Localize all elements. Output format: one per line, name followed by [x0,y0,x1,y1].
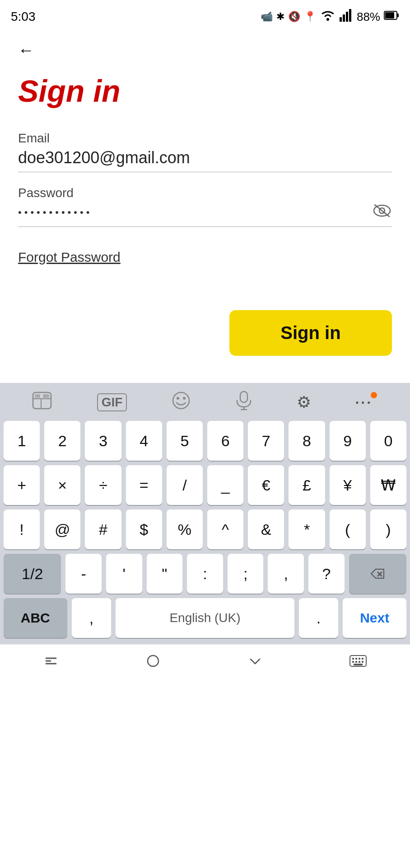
sign-in-button-wrapper: Sign in [18,310,392,356]
number-row: 1 2 3 4 5 6 7 8 9 0 [4,421,406,461]
main-content: ← Sign in Email doe301200@gmail.com Pass… [0,32,410,374]
key-euro[interactable]: € [248,465,284,505]
forgot-password-link[interactable]: Forgot Password [18,250,121,265]
battery-text: 88% [357,10,380,24]
key-8[interactable]: 8 [289,421,325,461]
svg-rect-27 [148,656,158,666]
back-arrow-icon: ← [18,41,34,60]
symbol-row-1: + × ÷ = / _ € £ ¥ ₩ [4,465,406,505]
nav-down-icon[interactable] [247,653,263,673]
svg-rect-7 [397,14,399,17]
password-field: Password •••••••••••• [18,186,392,227]
key-comma2[interactable]: , [268,554,304,594]
key-abc[interactable]: ABC [4,598,67,638]
svg-rect-2 [343,14,345,22]
svg-rect-37 [354,664,363,665]
email-label: Email [18,131,392,146]
key-won[interactable]: ₩ [370,465,406,505]
emoji-icon[interactable] [171,391,191,414]
svg-point-16 [173,392,189,409]
keyboard-area: GIF ⚙ ··· 1 2 3 [0,383,410,644]
svg-rect-6 [385,12,394,19]
key-4[interactable]: 4 [126,421,162,461]
key-7[interactable]: 7 [248,421,284,461]
status-icons: 📹 ✱ 🔇 📍 88% [261,9,399,24]
key-6[interactable]: 6 [207,421,243,461]
more-options[interactable]: ··· [355,394,379,411]
microphone-icon[interactable] [235,391,252,414]
key-5[interactable]: 5 [167,421,203,461]
key-period[interactable]: . [299,598,339,638]
signal-icon [340,9,353,24]
bluetooth-icon: ✱ [276,11,284,23]
key-ampersand[interactable]: & [248,509,284,549]
svg-rect-4 [349,9,351,22]
key-semicolon[interactable]: ; [228,554,264,594]
key-backspace[interactable] [349,554,406,594]
key-at[interactable]: @ [44,509,80,549]
status-bar: 5:03 📹 ✱ 🔇 📍 88% [0,0,410,32]
key-yen[interactable]: ¥ [330,465,366,505]
sticker-icon[interactable] [31,391,53,414]
key-plus[interactable]: + [4,465,40,505]
key-spacebar[interactable]: English (UK) [116,598,294,638]
nav-home-icon[interactable] [145,653,161,673]
key-divide[interactable]: ÷ [85,465,121,505]
nav-keyboard-icon[interactable] [349,654,367,672]
password-label: Password [18,186,392,200]
key-apostrophe[interactable]: ' [106,554,142,594]
key-comma-bottom[interactable]: , [72,598,112,638]
svg-rect-31 [359,658,360,660]
gif-icon[interactable]: GIF [97,393,127,411]
svg-rect-35 [359,661,360,663]
key-9[interactable]: 9 [330,421,366,461]
svg-rect-33 [352,661,354,663]
back-button[interactable]: ← [18,41,392,60]
svg-rect-14 [35,394,40,398]
key-slash[interactable]: / [167,465,203,505]
svg-rect-3 [346,12,348,22]
key-half[interactable]: 1/2 [4,554,61,594]
key-rparen[interactable]: ) [370,509,406,549]
toggle-password-icon[interactable] [372,203,392,222]
key-lparen[interactable]: ( [330,509,366,549]
svg-rect-1 [340,17,342,22]
status-time: 5:03 [11,9,36,24]
key-pound[interactable]: £ [289,465,325,505]
camera-icon: 📹 [261,11,273,23]
key-underscore[interactable]: _ [207,465,243,505]
keyboard-bottom-row: ABC , English (UK) . Next [4,598,406,638]
sign-in-button[interactable]: Sign in [229,310,392,356]
key-equals[interactable]: = [126,465,162,505]
svg-rect-32 [362,658,363,660]
key-1[interactable]: 1 [4,421,40,461]
key-quote[interactable]: " [147,554,183,594]
key-exclamation[interactable]: ! [4,509,40,549]
password-dots[interactable]: •••••••••••• [18,207,368,218]
svg-rect-19 [240,392,247,402]
key-3[interactable]: 3 [85,421,121,461]
keyboard-rows: 1 2 3 4 5 6 7 8 9 0 + × ÷ = / _ € £ ¥ ₩ … [0,419,410,644]
svg-rect-29 [352,658,354,660]
key-percent[interactable]: % [167,509,203,549]
email-value[interactable]: doe301200@gmail.com [18,148,392,172]
key-caret[interactable]: ^ [207,509,243,549]
key-0[interactable]: 0 [370,421,406,461]
symbol-row-2: ! @ # $ % ^ & * ( ) [4,509,406,549]
notification-dot [371,392,377,398]
key-dollar[interactable]: $ [126,509,162,549]
key-asterisk[interactable]: * [289,509,325,549]
nav-back-icon[interactable] [43,653,59,673]
mute-icon: 🔇 [288,11,300,23]
key-multiply[interactable]: × [44,465,80,505]
page-title: Sign in [18,73,392,108]
key-minus[interactable]: - [65,554,102,594]
settings-icon[interactable]: ⚙ [297,393,311,412]
key-next[interactable]: Next [343,598,406,638]
key-question[interactable]: ? [308,554,345,594]
key-colon[interactable]: : [187,554,223,594]
svg-point-17 [177,397,179,400]
key-2[interactable]: 2 [44,421,80,461]
battery-icon [384,10,399,23]
key-hash[interactable]: # [85,509,121,549]
